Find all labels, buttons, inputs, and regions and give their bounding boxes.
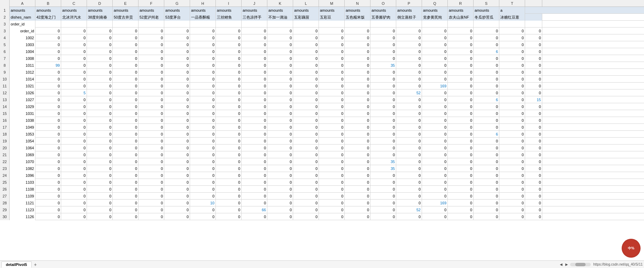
cell-11-7: 0 <box>216 83 242 89</box>
cell-4-5: 0 <box>164 34 190 41</box>
add-sheet-button[interactable]: + <box>32 261 38 268</box>
cell-11-8: 0 <box>242 83 267 89</box>
cell-16-13: 0 <box>370 117 396 124</box>
cell-16-3: 0 <box>113 117 138 124</box>
cell-4-7: 0 <box>216 34 242 41</box>
cell-13-1: 0 <box>61 96 87 103</box>
cell-4-18: 0 <box>499 34 525 41</box>
cell-6-17: 6 <box>474 48 499 55</box>
grid-row-2: 2dishes_nam42度海之门北冰洋汽水38度剑南春50度古井贡52度泸州老… <box>0 14 644 21</box>
cell-23-16: 0 <box>448 165 474 172</box>
cell-16-12: 0 <box>345 117 370 124</box>
cell-11-5: 0 <box>164 83 190 89</box>
cell-11-4: 0 <box>138 83 164 89</box>
scroll-thumb <box>575 263 586 266</box>
cell-2-11: 五彩藕苗 <box>293 14 319 21</box>
cell-id-20: 1064 <box>10 144 35 151</box>
cell-21-3: 0 <box>113 151 138 158</box>
cell-id-30: 1126 <box>10 213 35 220</box>
col-header-O: O <box>370 0 396 7</box>
cell-18-4: 0 <box>138 131 164 138</box>
cell-2-13: 五色糯米饭 <box>345 14 370 21</box>
cell-3-17 <box>448 21 474 28</box>
cell-28-9: 0 <box>267 200 293 206</box>
cell-3-9: 0 <box>267 28 293 34</box>
cell-30-6: 0 <box>190 213 216 220</box>
cell-29-4: 0 <box>138 206 164 213</box>
cell-15-17: 0 <box>474 110 499 117</box>
grid-row-12: 121026050000000000005200000 <box>0 89 644 96</box>
cell-20-4: 0 <box>138 144 164 151</box>
cell-6-3: 0 <box>113 48 138 55</box>
cell-2-2: 北冰洋汽水 <box>61 14 87 21</box>
cell-6-2: 0 <box>87 48 113 55</box>
cell-15-14: 0 <box>396 110 422 117</box>
cell-12-12: 0 <box>345 89 370 96</box>
cell-10-18: 0 <box>499 76 525 83</box>
cell-15-19: 0 <box>525 110 542 117</box>
cell-6-7: 0 <box>216 48 242 55</box>
cell-14-10: 0 <box>293 103 319 110</box>
cell-30-3: 0 <box>113 213 138 220</box>
row-num-26: 26 <box>0 186 10 193</box>
cell-3-16: 0 <box>448 28 474 34</box>
scroll-left-arrow[interactable]: ◀ <box>559 262 563 267</box>
cell-7-2: 0 <box>87 55 113 62</box>
cell-28-13: 0 <box>370 200 396 206</box>
cell-12-5: 0 <box>164 89 190 96</box>
cell-22-6: 0 <box>190 158 216 165</box>
col-header-B: B <box>35 0 61 7</box>
cell-2-1: 42度海之门 <box>35 14 61 21</box>
cell-29-10: 0 <box>293 206 319 213</box>
cell-19-6: 0 <box>190 138 216 144</box>
cell-24-3: 0 <box>113 172 138 179</box>
row-num-29: 29 <box>0 206 10 213</box>
cell-3-4 <box>113 21 138 28</box>
cell-9-9: 0 <box>267 69 293 76</box>
cell-11-14: 0 <box>396 83 422 89</box>
cell-30-18: 0 <box>499 213 525 220</box>
cell-8-8: 0 <box>242 62 267 69</box>
cell-15-1: 0 <box>61 110 87 117</box>
cell-25-2: 0 <box>87 179 113 186</box>
scroll-track[interactable] <box>570 263 591 266</box>
cell-3-1: 0 <box>61 28 87 34</box>
cell-7-12: 0 <box>345 55 370 62</box>
cell-19-14: 0 <box>396 138 422 144</box>
cell-23-17: 0 <box>474 165 499 172</box>
cell-23-13: 35 <box>370 165 396 172</box>
cell-5-17: 0 <box>474 41 499 48</box>
cell-id-3: order_id <box>10 28 35 34</box>
scroll-right-arrow[interactable]: ▶ <box>565 262 569 267</box>
cell-22-0: 0 <box>35 158 61 165</box>
cell-2-10: 不加一滴油 <box>267 14 293 21</box>
row-num-3: 3 <box>0 28 10 34</box>
cell-14-1: 0 <box>61 103 87 110</box>
cell-30-10: 0 <box>293 213 319 220</box>
cell-30-7: 0 <box>216 213 242 220</box>
sheet-tab-detailpivot5[interactable]: detailPivot5 <box>1 261 32 268</box>
cell-3-10 <box>267 21 293 28</box>
cell-29-1: 0 <box>61 206 87 213</box>
grid-row-8: 810119900000000000035000000 <box>0 62 644 69</box>
cell-19-13: 0 <box>370 138 396 144</box>
cell-13-15: 0 <box>422 96 448 103</box>
cell-26-19: 0 <box>525 186 542 193</box>
cell-21-2: 0 <box>87 151 113 158</box>
grid-row-29: 2911230000000066000005200000 <box>0 206 644 213</box>
row-num-21: 21 <box>0 151 10 158</box>
cell-1-19: amounts <box>474 7 499 14</box>
cell-27-7: 0 <box>216 193 242 200</box>
cell-27-1: 0 <box>61 193 87 200</box>
cell-15-5: 0 <box>164 110 190 117</box>
cell-1-12: amounts <box>293 7 319 14</box>
cell-9-4: 0 <box>138 69 164 76</box>
cell-27-5: 0 <box>164 193 190 200</box>
cell-22-13: 35 <box>370 158 396 165</box>
cell-7-5: 0 <box>164 55 190 62</box>
grid-row-9: 9101200000000000000000000 <box>0 69 644 76</box>
cell-14-16: 0 <box>448 103 474 110</box>
cell-23-12: 0 <box>345 165 370 172</box>
cell-3-13 <box>345 21 370 28</box>
cell-18-5: 0 <box>164 131 190 138</box>
